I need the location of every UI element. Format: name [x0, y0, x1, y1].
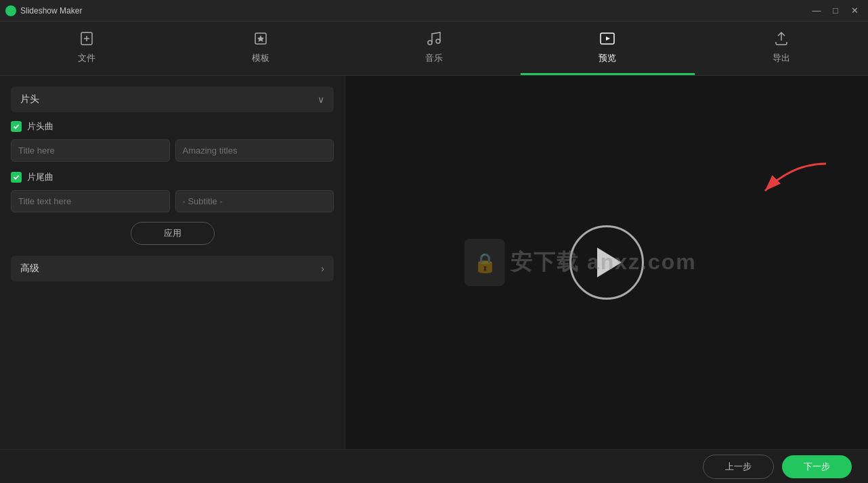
watermark-text: 安下载 anxz.com: [511, 248, 697, 277]
next-button[interactable]: 下一步: [782, 455, 852, 478]
svg-marker-8: [606, 37, 610, 41]
app-logo: [5, 5, 16, 16]
watermark-icon: 🔒: [464, 239, 505, 286]
outro-music-checkbox[interactable]: [11, 172, 22, 183]
app-title: Slideshow Maker: [20, 6, 82, 16]
intro-music-row: 片头曲: [11, 120, 334, 133]
nav-item-music[interactable]: 音乐: [347, 22, 521, 75]
nav-bar: 文件 模板 音乐 预览: [0, 22, 868, 76]
intro-music-checkbox[interactable]: [11, 121, 22, 132]
nav-label-music: 音乐: [425, 52, 443, 64]
music-icon: [426, 30, 442, 49]
intro-input-row: [11, 139, 334, 162]
nav-item-files[interactable]: 文件: [0, 22, 173, 75]
right-panel: 🔒 安下载 anxz.com: [345, 76, 868, 449]
bottom-bar: 上一步 下一步: [0, 449, 868, 483]
intro-title-input[interactable]: [11, 139, 170, 162]
intro-section-header[interactable]: 片头 ∨: [11, 87, 334, 112]
title-bar: Slideshow Maker — □ ✕: [0, 0, 868, 22]
outro-music-label: 片尾曲: [27, 171, 53, 183]
title-bar-controls: — □ ✕: [808, 4, 863, 18]
svg-point-5: [428, 41, 432, 45]
intro-music-label: 片头曲: [27, 120, 53, 133]
svg-marker-4: [257, 35, 264, 42]
advanced-chevron-icon: ›: [321, 263, 324, 274]
advanced-title: 高级: [20, 262, 39, 275]
intro-subtitle-input[interactable]: [175, 139, 334, 162]
advanced-section[interactable]: 高级 ›: [11, 256, 334, 281]
nav-label-files: 文件: [78, 52, 95, 64]
left-panel: 片头 ∨ 片头曲 片尾曲: [0, 76, 345, 449]
nav-label-preview: 预览: [599, 52, 616, 64]
nav-item-preview[interactable]: 预览: [521, 22, 694, 75]
svg-point-6: [436, 39, 440, 43]
export-icon: [773, 30, 789, 49]
close-button[interactable]: ✕: [846, 4, 863, 18]
arrow-annotation: [752, 157, 833, 214]
main-layout: 片头 ∨ 片头曲 片尾曲: [0, 76, 868, 449]
maximize-button[interactable]: □: [827, 4, 844, 18]
preview-icon: [599, 30, 615, 49]
templates-icon: [253, 30, 269, 49]
nav-label-templates: 模板: [252, 52, 269, 64]
nav-item-templates[interactable]: 模板: [173, 22, 347, 75]
back-button[interactable]: 上一步: [703, 455, 774, 479]
outro-title-input[interactable]: [11, 190, 170, 212]
intro-chevron-icon: ∨: [318, 94, 324, 105]
outro-subtitle-input[interactable]: [175, 190, 334, 212]
outro-music-row: 片尾曲: [11, 171, 334, 183]
nav-item-export[interactable]: 导出: [695, 22, 868, 75]
nav-label-export: 导出: [773, 52, 790, 64]
apply-button[interactable]: 应用: [131, 222, 215, 245]
title-bar-left: Slideshow Maker: [5, 5, 82, 16]
apply-btn-row: 应用: [11, 222, 334, 245]
intro-section-title: 片头: [20, 93, 39, 106]
watermark: 🔒 安下载 anxz.com: [464, 239, 697, 286]
minimize-button[interactable]: —: [808, 4, 825, 18]
outro-input-row: [11, 190, 334, 212]
files-icon: [79, 30, 95, 49]
